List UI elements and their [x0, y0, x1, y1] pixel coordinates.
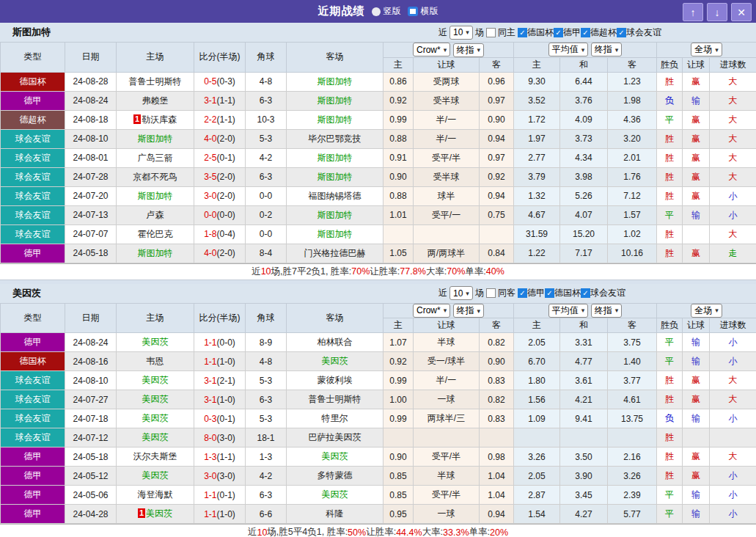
league-filter-checkbox[interactable]: ✓	[581, 288, 590, 298]
match-row: 球会友谊24-07-18美因茨0-3(0-1)5-3特里尔0.99两球半/三0.…	[1, 409, 756, 428]
avg-home: 1.80	[514, 371, 560, 390]
score: 8-0(3-0)	[194, 428, 246, 448]
chevron-down-icon: ▾	[715, 307, 719, 314]
col-header-score: 比分(半场)	[194, 43, 246, 73]
odds-home	[383, 428, 414, 448]
summary-segment: 大率:	[422, 526, 443, 537]
result-goals: 小	[710, 486, 756, 505]
layout-radio-horizontal[interactable]: 横版	[408, 5, 438, 18]
score: 0-5(0-3)	[194, 72, 246, 91]
average-select[interactable]: 平均值▾	[548, 304, 589, 318]
odds-handicap	[414, 224, 480, 244]
corner-score: 4-8	[246, 72, 287, 91]
league-filter-checkbox[interactable]: ✓	[545, 288, 554, 298]
league-badge: 球会友谊	[1, 371, 65, 390]
same-venue-checkbox[interactable]	[486, 28, 496, 37]
home-team-name: 美因茨	[142, 470, 169, 481]
avg-draw: 3.73	[560, 129, 608, 148]
summary-segment: 40%	[486, 266, 504, 277]
odds-company-select[interactable]: Crow*▾	[413, 304, 450, 318]
away-team: 普鲁士明斯特	[287, 390, 383, 409]
away-team: 斯图加特	[287, 205, 383, 224]
fulltime-score: 3-0	[204, 191, 216, 201]
home-team: 美因茨	[117, 333, 194, 352]
league-filter-checkbox[interactable]: ✓	[617, 28, 626, 37]
move-up-button[interactable]: ↑	[683, 3, 703, 21]
corner-score: 6-3	[246, 167, 287, 186]
corner-score: 10-3	[246, 110, 287, 129]
league-filter-checkbox[interactable]: ✓	[518, 28, 527, 37]
record-summary: 近10场,胜5平4负1, 胜率:50% 让胜率:44.4% 大率:33.3% 单…	[0, 524, 756, 537]
odds-handicap: 一球	[414, 505, 480, 524]
result-outcome: 胜	[657, 390, 683, 409]
odds-handicap: 受半球	[414, 91, 480, 110]
home-team: 斯图加特	[117, 129, 194, 148]
corner-score: 0-0	[246, 224, 287, 244]
average-final-select[interactable]: 终指▾	[591, 43, 623, 56]
match-count-select[interactable]: 10▾	[449, 26, 473, 40]
result-goals: 小	[710, 352, 756, 371]
home-team: 美因茨	[117, 467, 194, 486]
odds-away: 0.82	[480, 333, 514, 352]
chevron-down-icon: ▾	[615, 307, 619, 314]
radio-icon[interactable]	[372, 7, 381, 16]
scope-select[interactable]: 全场▾	[691, 43, 722, 56]
odds-home: 0.99	[383, 110, 414, 129]
result-outcome: 胜	[657, 72, 683, 91]
home-team-name: 广岛三箭	[138, 153, 173, 163]
match-row: 球会友谊24-07-12美因茨8-0(3-0)18-1巴萨拉美因茨胜	[1, 428, 756, 448]
league-filter-checkbox[interactable]: ✓	[554, 28, 563, 37]
avg-away: 10.16	[608, 244, 657, 263]
league-filter-checkbox[interactable]: ✓	[518, 288, 527, 298]
odds-final-select[interactable]: 终指▾	[453, 304, 485, 318]
away-team-name: 普鲁士明斯特	[309, 394, 362, 404]
avg-away: 7.12	[608, 186, 657, 205]
corner-score: 6-3	[246, 91, 287, 110]
odds-final-select[interactable]: 终指▾	[453, 43, 485, 57]
away-team-name: 巴萨拉美因茨	[309, 432, 362, 442]
avg-home: 31.59	[514, 224, 560, 244]
league-filter-label: 德甲	[563, 26, 581, 39]
away-team-name: 特里尔	[322, 413, 348, 423]
halftime-score: (1-0)	[217, 357, 235, 367]
subcol-handicap: 让球	[414, 57, 480, 72]
move-down-button[interactable]: ↓	[707, 3, 727, 21]
odds-company-select[interactable]: Crow*▾	[413, 43, 450, 56]
league-badge: 德甲	[1, 244, 65, 263]
average-select[interactable]: 平均值▾	[548, 43, 589, 56]
league-badge: 球会友谊	[1, 428, 65, 448]
close-button[interactable]: ✕	[731, 3, 752, 21]
result-goals: 大	[710, 72, 756, 91]
away-team-name: 毕尔巴鄂竞技	[309, 134, 362, 144]
average-final-select[interactable]: 终指▾	[591, 304, 623, 318]
match-date: 24-07-20	[65, 186, 117, 205]
odds-home: 1.05	[383, 244, 414, 263]
result-goals: 大	[710, 167, 756, 186]
corner-score: 8-4	[246, 244, 287, 263]
summary-segment: 10	[261, 266, 271, 277]
same-venue-checkbox[interactable]	[486, 288, 496, 298]
league-badge: 球会友谊	[1, 148, 65, 167]
away-team-name: 科隆	[326, 508, 344, 519]
layout-radio-vertical[interactable]: 竖版	[372, 5, 401, 18]
match-row: 德甲24-05-18沃尔夫斯堡1-3(1-1)1-3美因茨0.90受平/半0.9…	[1, 448, 756, 467]
avg-away: 2.39	[608, 486, 657, 505]
avg-draw: 4.21	[560, 390, 608, 409]
score: 1-3(1-1)	[194, 448, 246, 467]
home-team: 斯图加特	[117, 186, 194, 205]
avg-away: 3.75	[608, 333, 657, 352]
odds-away: 0.90	[480, 352, 514, 371]
league-filter-checkbox[interactable]: ✓	[581, 28, 590, 37]
filter-near-label: 近	[438, 287, 447, 299]
summary-segment: 20%	[490, 527, 508, 537]
radio-selected-icon[interactable]	[408, 7, 418, 16]
scope-select[interactable]: 全场▾	[691, 304, 722, 318]
match-count-select[interactable]: 10▾	[449, 286, 473, 300]
home-team-name: 卢森	[147, 210, 164, 220]
section-header: 美因茨 近 10▾ 场 同客 ✓德甲✓德国杯✓球会友谊	[0, 284, 756, 303]
home-team-name: 美因茨	[142, 375, 169, 385]
score: 0-0(0-0)	[194, 205, 246, 224]
odds-handicap: 两/两球半	[414, 244, 480, 263]
home-team: 普鲁士明斯特	[117, 72, 194, 91]
odds-handicap: 受平/半	[414, 448, 480, 467]
